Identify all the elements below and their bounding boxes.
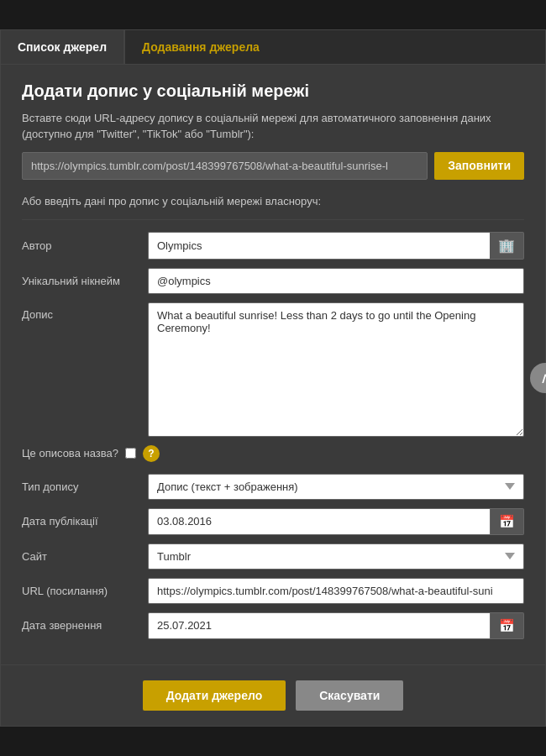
form-content: Додати допис у соціальній мережі Вставте…: [1, 65, 545, 664]
author-input[interactable]: [148, 232, 490, 260]
url-field-row: URL (посилання): [22, 578, 524, 604]
post-type-row: Тип допису Допис (текст + зображення) Ві…: [22, 474, 524, 500]
calendar-icon-2: 📅: [499, 618, 515, 633]
url-input[interactable]: [22, 152, 428, 180]
descriptive-checkbox[interactable]: [125, 448, 136, 459]
pub-date-row: Дата публікації 📅: [22, 508, 524, 535]
or-label: Або введіть дані про допис у соціальній …: [22, 195, 524, 207]
post-type-select[interactable]: Допис (текст + зображення) Відео Фото По…: [148, 474, 524, 500]
calendar-icon: 📅: [499, 514, 515, 529]
author-icon-button[interactable]: 🏢: [490, 232, 524, 260]
access-date-wrap: 📅: [148, 612, 524, 639]
nickname-label: Унікальний нікнейм: [22, 275, 148, 287]
access-date-label: Дата звернення: [22, 619, 148, 632]
tab-bar: Список джерел Додавання джерела: [1, 30, 545, 65]
author-row: Автор 🏢: [22, 232, 524, 260]
chevron-up-icon: ∧: [540, 370, 547, 386]
post-row: Допис What a beautiful sunrise! Less tha…: [22, 302, 524, 437]
access-date-row: Дата звернення 📅: [22, 612, 524, 639]
fill-button[interactable]: Заповнити: [434, 152, 524, 180]
site-select[interactable]: Tumblr Twitter TikTok Facebook Instagram: [148, 543, 524, 570]
pub-date-wrap: 📅: [148, 508, 524, 535]
nickname-input[interactable]: [148, 268, 524, 294]
access-date-input[interactable]: [148, 612, 491, 639]
add-source-button[interactable]: Додати джерело: [143, 680, 286, 711]
post-textarea[interactable]: What a beautiful sunrise! Less than 2 da…: [148, 302, 524, 437]
site-row: Сайт Tumblr Twitter TikTok Facebook Inst…: [22, 543, 524, 570]
nickname-row: Унікальний нікнейм: [22, 268, 524, 294]
author-label: Автор: [22, 239, 148, 252]
site-label: Сайт: [22, 550, 148, 563]
button-row: Додати джерело Скасувати: [1, 664, 545, 726]
author-input-wrap: 🏢: [148, 232, 524, 260]
pub-date-input[interactable]: [148, 508, 491, 535]
building-icon: 🏢: [498, 238, 515, 254]
descriptive-row: Це описова назва? ?: [22, 445, 524, 462]
url-field-input[interactable]: [148, 578, 524, 604]
url-field-label: URL (посилання): [22, 585, 148, 597]
pub-date-calendar-button[interactable]: 📅: [491, 508, 524, 535]
post-type-label: Тип допису: [22, 480, 148, 493]
url-row: Заповнити: [22, 152, 524, 180]
post-label: Допис: [22, 302, 148, 321]
descriptive-label: Це описова назва?: [22, 447, 118, 459]
tab-add-source[interactable]: Додавання джерела: [124, 30, 276, 64]
help-icon[interactable]: ?: [143, 445, 160, 462]
pub-date-label: Дата публікації: [22, 515, 148, 528]
cancel-button[interactable]: Скасувати: [296, 680, 403, 711]
access-date-calendar-button[interactable]: 📅: [491, 612, 524, 639]
divider: [22, 219, 524, 220]
url-description: Вставте сюди URL-адресу допису в соціаль…: [22, 111, 524, 141]
tab-source-list[interactable]: Список джерел: [1, 30, 124, 64]
page-title: Додати допис у соціальній мережі: [22, 81, 524, 101]
